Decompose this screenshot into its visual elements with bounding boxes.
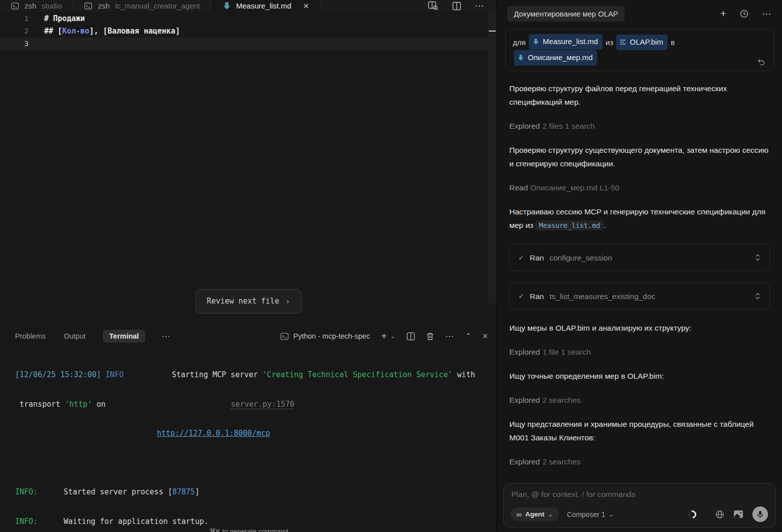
markdown-file-icon <box>532 38 539 45</box>
panel-more-icon[interactable]: ⋯ <box>161 331 170 342</box>
tool-status-line[interactable]: ReadОписание_мер.md L1-50 <box>509 181 770 194</box>
code-text <box>29 38 44 50</box>
panel-more-icon[interactable]: ⋯ <box>445 331 454 342</box>
new-chat-icon[interactable]: + <box>720 8 726 20</box>
list-file-icon <box>620 39 626 45</box>
line-number: 2 <box>0 25 29 38</box>
code-text: # Продажи <box>29 13 85 25</box>
context-file-pill[interactable]: OLAP.bim <box>616 35 667 50</box>
tab-terminal[interactable]: Terminal <box>103 330 145 343</box>
assistant-message: Проверяю структуру существующего докумен… <box>509 143 770 170</box>
panel-close-icon[interactable]: × <box>482 331 488 342</box>
code-line: 1 # Продажи <box>0 13 497 25</box>
review-next-file-button[interactable]: Review next file › <box>195 289 301 314</box>
tab-label: lc_manual_creator_agent <box>115 2 200 10</box>
kill-terminal-icon[interactable] <box>426 332 434 341</box>
panel-maximize-icon[interactable]: ⌃ <box>465 332 472 341</box>
chat-more-icon[interactable]: ⋯ <box>762 8 772 20</box>
assistant-message: Ищу представления и хранимые процедуры, … <box>509 417 770 444</box>
check-icon: ✓ <box>518 251 524 264</box>
markdown-file-icon <box>223 2 231 10</box>
log-line: http://127.0.0.1:8000/mcp <box>15 429 497 439</box>
infinity-icon: ∞ <box>516 510 522 518</box>
editor-tab-bar: zsh studio zsh lc_manual_creator_agent M… <box>0 0 497 12</box>
log-line: transport 'http' onserver.py:1570 <box>15 400 497 410</box>
bottom-panel-tab-bar: Problems Output Terminal ⋯ Python - mcp-… <box>0 330 497 343</box>
app-window: zsh studio zsh lc_manual_creator_agent M… <box>0 0 782 532</box>
split-editor-icon[interactable] <box>452 2 461 11</box>
close-icon[interactable]: × <box>303 1 309 11</box>
terminal-icon <box>280 332 289 341</box>
editor-scrollbar[interactable] <box>488 12 497 304</box>
chat-input-box[interactable]: ∞ Agent ⌄ Composer 1 ⌄ <box>503 483 776 528</box>
expand-icon[interactable] <box>754 292 761 300</box>
tab-output[interactable]: Output <box>63 330 87 343</box>
line-number: 3 <box>0 38 29 50</box>
tab-label: studio <box>42 2 62 10</box>
chat-input-toolbar: ∞ Agent ⌄ Composer 1 ⌄ <box>510 506 768 522</box>
log-line: [12/06/25 15:32:00]INFOStarting MCP serv… <box>15 370 497 380</box>
code-editor[interactable]: 1 # Продажи 2 ## [Кол-во], [Валовая наце… <box>0 12 497 330</box>
more-actions-icon[interactable]: ⋯ <box>475 0 485 12</box>
expand-icon[interactable] <box>754 253 761 261</box>
undo-icon[interactable] <box>756 58 765 66</box>
chat-header-icons: + ⋯ <box>720 8 772 20</box>
chevron-down-icon: ⌄ <box>390 333 396 340</box>
microphone-button[interactable] <box>752 506 768 522</box>
image-attach-icon[interactable] <box>734 510 743 518</box>
chat-messages[interactable]: Проверяю структуру файлов перед генераци… <box>497 71 782 532</box>
log-line: INFO:Waiting for application startup. <box>15 517 497 527</box>
markdown-file-icon <box>517 54 524 61</box>
assistant-message: Настраиваю сессию MCP и генерирую технич… <box>509 205 770 232</box>
scrollbar-cursor-marker <box>489 31 496 32</box>
tool-status-line[interactable]: Explored2 searches <box>509 393 770 407</box>
open-preview-icon[interactable] <box>428 1 439 11</box>
history-icon[interactable] <box>740 10 748 18</box>
editor-column: zsh studio zsh lc_manual_creator_agent M… <box>0 0 497 532</box>
chat-title-tab[interactable]: Документирование мер OLAP <box>507 6 625 22</box>
plus-icon: + <box>381 331 387 342</box>
assistant-message: Ищу меры в OLAP.bim и анализирую их стру… <box>509 321 770 335</box>
agent-mode-dropdown[interactable]: ∞ Agent ⌄ <box>510 507 559 521</box>
terminal-output[interactable]: [12/06/25 15:32:00]INFOStarting MCP serv… <box>0 343 497 532</box>
generate-command-hint: ⌘K to generate command <box>0 527 497 532</box>
chevron-right-icon: › <box>285 295 290 308</box>
assistant-message: Ищу точные определения мер в OLAP.bim: <box>509 369 770 383</box>
editor-actions: ⋯ <box>428 0 497 12</box>
chevron-down-icon: ⌄ <box>548 511 553 518</box>
terminal-session[interactable]: Python - mcp-tech-spec <box>280 332 370 341</box>
tab-shell-label: zsh <box>25 2 36 10</box>
code-text: ## [Кол-во], [Валовая наценка] <box>29 25 180 38</box>
log-line: INFO:Started server process [87875] <box>15 487 497 497</box>
web-icon[interactable] <box>715 510 724 519</box>
code-line: 2 ## [Кол-во], [Валовая наценка] <box>0 25 497 38</box>
mcp-url-link[interactable]: http://127.0.0.1:8000/mcp <box>157 429 270 438</box>
tool-call-ts-list-measures[interactable]: ✓ Ran ts_list_measures_existing_doc <box>509 283 770 310</box>
tool-call-configure-session[interactable]: ✓ Ran configure_session <box>509 244 770 271</box>
tool-status-line[interactable]: Explored2 searches <box>509 455 770 468</box>
composer-dropdown[interactable]: Composer 1 ⌄ <box>567 510 614 518</box>
context-file-pill[interactable]: Описание_мер.md <box>514 50 597 66</box>
terminal-icon <box>84 2 92 10</box>
tool-status-line[interactable]: Explored1 file 1 search <box>509 345 770 359</box>
tool-status-line[interactable]: Explored2 files 1 search <box>509 119 770 133</box>
tab-zsh-lc-manual-creator-agent[interactable]: zsh lc_manual_creator_agent <box>73 0 212 12</box>
input-action-icons <box>688 506 768 522</box>
line-number: 1 <box>0 13 29 25</box>
chat-input[interactable] <box>511 490 768 499</box>
tab-problems[interactable]: Problems <box>14 330 47 343</box>
tab-shell-label: zsh <box>98 2 109 10</box>
chat-context-message[interactable]: для Measure_list.md из OLAP.bim в Описан… <box>505 29 774 71</box>
new-terminal-button[interactable]: + ⌄ <box>381 331 396 342</box>
tab-measure-list-md[interactable]: Measure_list.md × <box>212 0 320 12</box>
split-terminal-icon[interactable] <box>407 332 415 341</box>
code-line-current: 3 <box>0 38 497 50</box>
chat-header: Документирование мер OLAP + ⋯ <box>497 0 782 27</box>
tab-zsh-studio[interactable]: zsh studio <box>0 0 73 12</box>
context-file-pill[interactable]: Measure_list.md <box>529 34 603 50</box>
inline-code: Measure_list.md <box>535 220 604 230</box>
loading-spinner-icon <box>687 508 698 519</box>
chevron-down-icon: ⌄ <box>609 511 614 518</box>
chat-panel: Документирование мер OLAP + ⋯ для Measur… <box>497 0 782 532</box>
assistant-message: Проверяю структуру файлов перед генераци… <box>509 82 770 109</box>
